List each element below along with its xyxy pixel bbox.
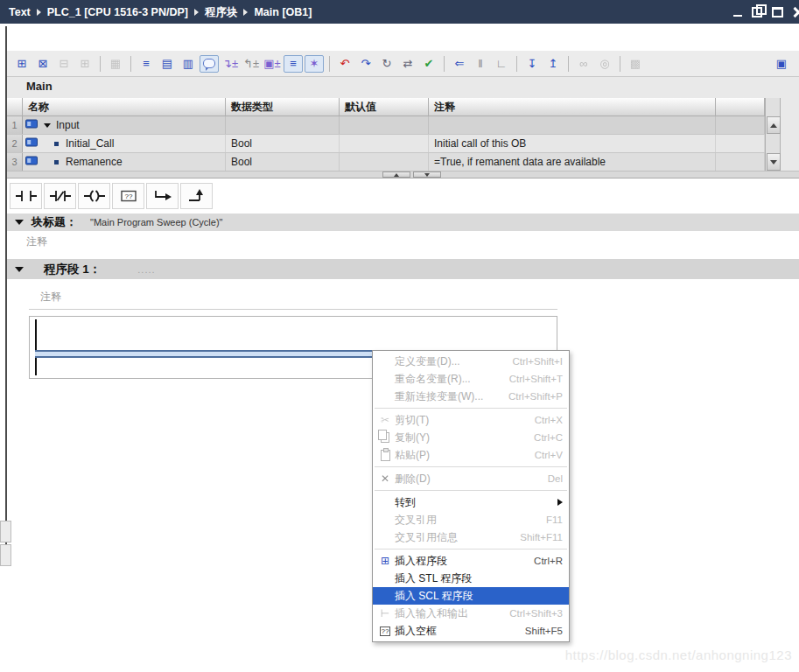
- synchronize-icon[interactable]: ⇄: [398, 55, 417, 73]
- no-contact-button[interactable]: [10, 183, 42, 209]
- empty-box-glyph: ??: [380, 626, 391, 636]
- scroll-up-button[interactable]: [767, 116, 781, 134]
- nc-contact-button[interactable]: [44, 183, 76, 209]
- maximize-icon[interactable]: [772, 7, 783, 18]
- insert-network-icon[interactable]: ⊞: [12, 55, 32, 73]
- variable-name: Remanence: [66, 153, 123, 171]
- snapshot-icon: ◎: [595, 55, 614, 73]
- close-branch-button[interactable]: [180, 183, 213, 209]
- menu-item-label: 定义变量(D)...: [395, 354, 460, 369]
- column-header-4[interactable]: 注释: [429, 98, 716, 116]
- menu-item-insert-scl-network[interactable]: 插入 SCL 程序段: [373, 587, 569, 605]
- expand-table-button[interactable]: [413, 172, 441, 178]
- restore-icon[interactable]: [752, 7, 762, 18]
- name-cell[interactable]: Remanence: [23, 153, 226, 171]
- collapse-icon[interactable]: [15, 267, 24, 272]
- block-title-value[interactable]: "Main Program Sweep (Cycle)": [90, 217, 222, 228]
- menu-item-insert-empty-box[interactable]: ??插入空框Shift+F5: [373, 622, 569, 640]
- menu-item-label: 剪切(T): [395, 413, 429, 428]
- table-scrollbar[interactable]: [765, 98, 781, 171]
- network-lines-icon[interactable]: ▥: [179, 55, 198, 73]
- table-row[interactable]: 3RemanenceBool=True, if remanent data ar…: [7, 153, 765, 172]
- context-menu: 定义变量(D)...Ctrl+Shift+I重命名变量(R)...Ctrl+Sh…: [372, 350, 570, 642]
- breadcrumb-item[interactable]: Main [OB1]: [254, 6, 312, 18]
- network-header-bar[interactable]: 程序段 1： .....: [7, 259, 799, 279]
- menu-item-insert-network[interactable]: ⊞插入程序段Ctrl+R: [373, 552, 569, 570]
- delete-icon: ✕: [375, 472, 395, 485]
- branch-lines-icon[interactable]: ∟: [492, 55, 511, 73]
- menu-item-goto[interactable]: 转到: [373, 494, 569, 511]
- comment-cell[interactable]: [429, 116, 716, 134]
- default-value-cell[interactable]: [340, 116, 429, 134]
- coil-button[interactable]: [78, 183, 110, 209]
- qbox-icon: ??: [375, 626, 395, 636]
- menu-item-label: 交叉引用信息: [395, 530, 458, 545]
- column-header-3[interactable]: 默认值: [340, 98, 429, 116]
- menu-item-insert-stl-network[interactable]: 插入 STL 程序段: [373, 570, 569, 587]
- empty-box-button[interactable]: ??: [112, 183, 144, 209]
- default-value-cell[interactable]: [340, 135, 429, 152]
- insert-rung-dropdown-icon[interactable]: ↰±: [242, 55, 261, 73]
- delete-network-icon[interactable]: ⊠: [33, 55, 53, 73]
- update-block-call-icon[interactable]: ↻: [377, 55, 396, 73]
- network-comment[interactable]: 注释: [40, 290, 61, 304]
- table-row[interactable]: 2Initial_CallBoolInitial call of this OB: [7, 135, 765, 153]
- toolbar-separator: [329, 56, 330, 72]
- menu-item-copy: 复制(Y)Ctrl+C: [373, 429, 569, 446]
- network-title-placeholder[interactable]: .....: [137, 264, 155, 275]
- toggle-comments-icon[interactable]: [200, 55, 219, 73]
- minimize-icon[interactable]: [733, 15, 742, 17]
- previous-error-icon[interactable]: ↶: [335, 55, 354, 73]
- member-bullet-icon: [54, 142, 59, 146]
- goto-next-section-icon[interactable]: ↧: [522, 55, 542, 73]
- comment-cell[interactable]: Initial call of this OB: [429, 135, 716, 152]
- table-row[interactable]: 1Input: [7, 116, 765, 135]
- collapse-icon[interactable]: [15, 220, 24, 225]
- datatype-cell[interactable]: [226, 116, 340, 134]
- menu-separator: [375, 490, 567, 491]
- menu-item-shortcut: Shift+F5: [525, 626, 563, 636]
- sequence-toggle-icon[interactable]: ≡: [284, 55, 303, 73]
- breadcrumb-item[interactable]: Text: [9, 6, 31, 18]
- table-splitter[interactable]: [7, 171, 799, 178]
- block-comment[interactable]: 注释: [26, 234, 47, 249]
- expand-arrow-icon[interactable]: [44, 123, 51, 128]
- insert-branch-dropdown-icon[interactable]: ↴±: [221, 55, 240, 73]
- open-branch-button[interactable]: [146, 183, 179, 209]
- insert-element-dropdown-icon[interactable]: ▣±: [263, 55, 282, 73]
- scroll-down-button[interactable]: [767, 153, 781, 171]
- menu-item-label: 插入 SCL 程序段: [395, 589, 473, 604]
- consistency-check-icon[interactable]: ✔: [419, 55, 438, 73]
- name-cell[interactable]: Input: [23, 116, 226, 134]
- menu-item-shortcut: Ctrl+Shift+T: [509, 374, 563, 384]
- comment-cell[interactable]: =True, if remanent data are available: [429, 153, 716, 171]
- default-value-cell[interactable]: [340, 153, 429, 171]
- next-error-icon[interactable]: ↷: [356, 55, 375, 73]
- close-icon[interactable]: [793, 7, 799, 18]
- operand-lines-icon[interactable]: ‖: [471, 55, 490, 73]
- collapse-table-button[interactable]: [382, 172, 410, 178]
- datatype-cell[interactable]: Bool: [226, 153, 340, 171]
- down-arrow-icon: [424, 173, 430, 177]
- block-title-bar[interactable]: 块标题： "Main Program Sweep (Cycle)": [7, 214, 799, 231]
- chevron-icon: [243, 9, 248, 16]
- column-header-1[interactable]: 名称: [23, 98, 226, 116]
- interface-table: 1Input2Initial_CallBoolInitial call of t…: [7, 116, 765, 172]
- menu-item-rewire-tag: 重新连接变量(W)...Ctrl+Shift+P: [373, 388, 569, 405]
- monitor-glasses-icon: ∞: [574, 55, 593, 73]
- menu-item-label: 插入空框: [395, 624, 437, 639]
- favorites-icon[interactable]: ✶: [305, 55, 324, 73]
- toolbar-separator: [130, 56, 131, 72]
- insert-input-icon[interactable]: ⇐: [450, 55, 469, 73]
- goto-previous-section-icon[interactable]: ↥: [543, 55, 563, 73]
- menu-item-label: 复制(Y): [395, 430, 430, 445]
- collapse-networks-icon[interactable]: ▤: [158, 55, 177, 73]
- datatype-cell[interactable]: Bool: [226, 135, 340, 152]
- menu-separator: [375, 408, 567, 409]
- open-editor-icon[interactable]: ▣: [772, 55, 791, 73]
- expand-networks-icon[interactable]: ≡: [137, 55, 156, 73]
- breadcrumb-item[interactable]: PLC_1 [CPU 1516-3 PN/DP]: [47, 6, 188, 18]
- column-header-2[interactable]: 数据类型: [226, 98, 340, 116]
- breadcrumb-item[interactable]: 程序块: [205, 6, 238, 18]
- name-cell[interactable]: Initial_Call: [23, 135, 226, 152]
